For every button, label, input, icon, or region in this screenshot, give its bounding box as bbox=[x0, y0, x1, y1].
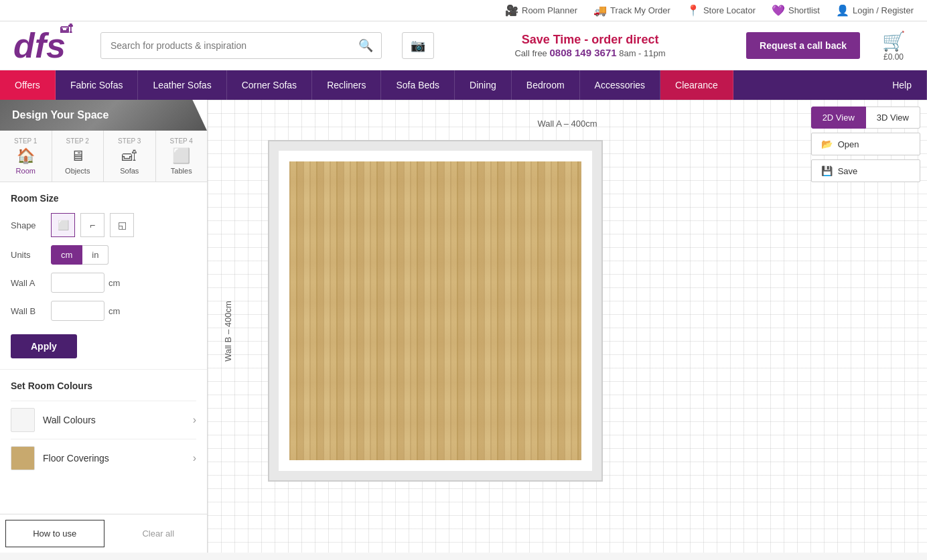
shortlist-link[interactable]: 💜 Shortlist bbox=[772, 4, 820, 17]
room-container bbox=[268, 140, 603, 482]
heart-icon: 💜 bbox=[772, 4, 785, 17]
logo[interactable]: 🛋 dfs bbox=[13, 28, 87, 63]
wall-a-input[interactable]: 400 bbox=[51, 273, 104, 293]
nav-sofa-beds[interactable]: Sofa Beds bbox=[381, 70, 455, 100]
room-planner-link[interactable]: 🎥 Room Planner bbox=[505, 4, 577, 17]
nav-help[interactable]: Help bbox=[877, 70, 927, 100]
shape-custom[interactable]: ◱ bbox=[110, 213, 134, 237]
header: 🛋 dfs 🔍 📷 Save Time - order direct Call … bbox=[0, 21, 927, 70]
unit-buttons: cm in bbox=[51, 245, 109, 265]
track-order-icon: 🚚 bbox=[593, 4, 607, 17]
sofas-step-icon: 🛋 bbox=[122, 147, 137, 165]
step-3-sofas[interactable]: STEP 3 🛋 Sofas bbox=[104, 131, 156, 182]
shape-row: Shape ⬜ ⌐ ◱ bbox=[11, 213, 196, 237]
colours-section: Set Room Colours Wall Colours › Floor Co… bbox=[0, 370, 207, 488]
camera-button[interactable]: 📷 bbox=[402, 32, 434, 59]
search-input[interactable] bbox=[101, 33, 350, 58]
track-order-link[interactable]: 🚚 Track My Order bbox=[593, 4, 670, 17]
canvas-area: Wall A – 400cm Wall B – 400cm 2D View 3D… bbox=[208, 100, 927, 553]
nav-bedroom[interactable]: Bedroom bbox=[512, 70, 580, 100]
wall-a-row: Wall A 400 cm bbox=[11, 273, 196, 293]
wall-a-input-group: 400 cm bbox=[51, 273, 120, 293]
nav-recliners[interactable]: Recliners bbox=[312, 70, 381, 100]
basket-icon: 🛒 bbox=[882, 30, 906, 52]
unit-cm[interactable]: cm bbox=[51, 245, 82, 265]
units-row: Units cm in bbox=[11, 245, 196, 265]
bottom-bar: How to use Clear all bbox=[0, 514, 207, 553]
step-2-objects[interactable]: STEP 2 🖥 Objects bbox=[52, 131, 104, 182]
view-toggle: 2D View 3D View bbox=[811, 107, 920, 129]
search-button[interactable]: 🔍 bbox=[350, 33, 381, 58]
view-2d-button[interactable]: 2D View bbox=[811, 107, 866, 129]
how-to-use-button[interactable]: How to use bbox=[5, 520, 104, 547]
top-bar: 🎥 Room Planner 🚚 Track My Order 📍 Store … bbox=[0, 0, 927, 21]
wall-a-label: Wall A – 400cm bbox=[537, 119, 597, 129]
unit-in[interactable]: in bbox=[82, 245, 109, 265]
wall-b-label: Wall B – 400cm bbox=[223, 301, 233, 362]
room-floor bbox=[289, 161, 581, 460]
room-planner-icon: 🎥 bbox=[505, 4, 518, 17]
open-icon: 📂 bbox=[821, 139, 833, 149]
wall-b-row: Wall B 400 cm bbox=[11, 301, 196, 321]
room-size-section: Room Size Shape ⬜ ⌐ ◱ Units cm in Wall A bbox=[0, 182, 207, 370]
design-header: Design Your Space bbox=[0, 100, 207, 131]
floor-chevron-icon: › bbox=[193, 452, 196, 464]
clear-all-button[interactable]: Clear all bbox=[110, 514, 208, 553]
nav-offers[interactable]: Offers bbox=[0, 70, 56, 100]
step-4-tables[interactable]: STEP 4 ⬜ Tables bbox=[156, 131, 208, 182]
promo-area: Save Time - order direct Call free 0808 … bbox=[447, 33, 733, 58]
basket[interactable]: 🛒 £0.00 bbox=[873, 30, 914, 62]
steps-bar: STEP 1 🏠 Room STEP 2 🖥 Objects STEP 3 🛋 … bbox=[0, 131, 207, 182]
wall-colour-swatch bbox=[11, 408, 35, 432]
nav-dining[interactable]: Dining bbox=[455, 70, 512, 100]
shape-l[interactable]: ⌐ bbox=[80, 213, 104, 237]
left-panel: Design Your Space STEP 1 🏠 Room STEP 2 🖥… bbox=[0, 100, 208, 553]
nav-corner-sofas[interactable]: Corner Sofas bbox=[227, 70, 312, 100]
nav-fabric-sofas[interactable]: Fabric Sofas bbox=[56, 70, 139, 100]
view-3d-button[interactable]: 3D View bbox=[866, 107, 920, 129]
floor-coverings-row[interactable]: Floor Coverings › bbox=[11, 439, 196, 477]
login-link[interactable]: 👤 Login / Register bbox=[836, 4, 914, 17]
user-icon: 👤 bbox=[836, 4, 849, 17]
shape-rectangle[interactable]: ⬜ bbox=[51, 213, 75, 237]
wall-colours-row[interactable]: Wall Colours › bbox=[11, 401, 196, 439]
step-1-room[interactable]: STEP 1 🏠 Room bbox=[0, 131, 52, 182]
nav-leather-sofas[interactable]: Leather Sofas bbox=[138, 70, 226, 100]
room-step-icon: 🏠 bbox=[17, 147, 35, 165]
search-bar: 🔍 bbox=[100, 32, 382, 59]
save-button[interactable]: 💾 Save bbox=[811, 159, 920, 182]
store-locator-icon: 📍 bbox=[687, 4, 700, 17]
store-locator-link[interactable]: 📍 Store Locator bbox=[687, 4, 756, 17]
objects-step-icon: 🖥 bbox=[70, 147, 85, 165]
apply-button[interactable]: Apply bbox=[11, 334, 77, 358]
room-outer bbox=[268, 140, 603, 482]
wall-b-input-group: 400 cm bbox=[51, 301, 120, 321]
shape-buttons: ⬜ ⌐ ◱ bbox=[51, 213, 134, 237]
open-button[interactable]: 📂 Open bbox=[811, 133, 920, 155]
main-area: Design Your Space STEP 1 🏠 Room STEP 2 🖥… bbox=[0, 100, 927, 553]
wall-chevron-icon: › bbox=[193, 414, 196, 426]
floor-colour-swatch bbox=[11, 446, 35, 470]
nav-accessories[interactable]: Accessories bbox=[580, 70, 660, 100]
callback-button[interactable]: Request a call back bbox=[746, 32, 860, 59]
tables-step-icon: ⬜ bbox=[172, 147, 190, 165]
wall-b-input[interactable]: 400 bbox=[51, 301, 104, 321]
save-icon: 💾 bbox=[821, 165, 833, 176]
view-controls: 2D View 3D View 📂 Open 💾 Save bbox=[811, 107, 920, 182]
nav-clearance[interactable]: Clearance bbox=[660, 70, 733, 100]
main-navigation: Offers Fabric Sofas Leather Sofas Corner… bbox=[0, 70, 927, 100]
